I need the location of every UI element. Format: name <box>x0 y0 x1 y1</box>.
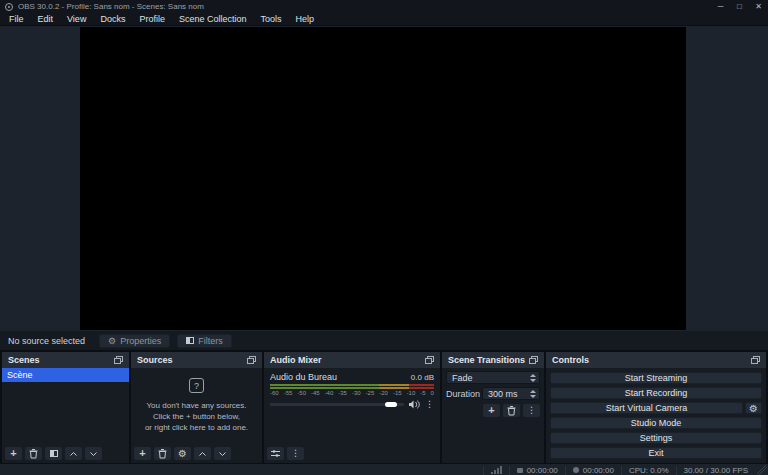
stream-icon <box>517 468 523 473</box>
close-button[interactable]: ✕ <box>749 0 768 13</box>
properties-button-label: Properties <box>120 336 161 346</box>
audio-source-name: Audio du Bureau <box>270 372 337 382</box>
audio-mixer-dock-title: Audio Mixer <box>270 355 322 365</box>
scenes-dock: Scenes Scène + <box>2 352 129 463</box>
mixer-toolbar: ⋮ <box>267 447 304 460</box>
menu-tools[interactable]: Tools <box>253 13 288 26</box>
volume-slider[interactable] <box>270 403 404 406</box>
obs-window: OBS 30.0.2 - Profile: Sans nom - Scenes:… <box>0 0 768 475</box>
move-source-down-button[interactable] <box>214 447 231 460</box>
gear-icon: ⚙ <box>178 449 187 459</box>
popout-dock-icon[interactable] <box>425 356 434 364</box>
popout-dock-icon[interactable] <box>247 356 256 364</box>
meter-tick: -30 <box>352 390 361 396</box>
plus-icon: + <box>488 405 494 416</box>
menu-docks[interactable]: Docks <box>93 13 132 26</box>
start-recording-button[interactable]: Start Recording <box>550 387 762 399</box>
move-scene-up-button[interactable] <box>65 447 82 460</box>
meter-tick: -5 <box>420 390 425 396</box>
sources-list[interactable]: ? You don't have any sources. Click the … <box>131 368 262 463</box>
controls-dock: Controls Start Streaming Start Recording… <box>546 352 766 463</box>
scenes-toolbar: + <box>5 447 102 460</box>
connection-quality <box>483 466 509 475</box>
meter-tick: -60 <box>270 390 279 396</box>
combo-arrows-icon <box>530 374 536 382</box>
trash-icon <box>29 449 38 459</box>
remove-source-button[interactable] <box>154 447 171 460</box>
menu-edit[interactable]: Edit <box>31 13 61 26</box>
duration-label: Duration <box>446 389 482 399</box>
chevron-up-icon <box>199 452 206 456</box>
meter-tick: -15 <box>393 390 402 396</box>
transition-options-button[interactable]: ⋮ <box>523 404 540 417</box>
title-bar: OBS 30.0.2 - Profile: Sans nom - Scenes:… <box>0 0 768 13</box>
minimize-button[interactable]: ─ <box>711 0 730 13</box>
volume-db-label: 0.0 dB <box>411 373 434 382</box>
fps-indicator: 30.00 / 30.00 FPS <box>676 466 756 475</box>
chevron-up-icon <box>70 452 77 456</box>
filters-icon <box>50 450 58 457</box>
menu-view[interactable]: View <box>60 13 93 26</box>
add-transition-button[interactable]: + <box>483 404 500 417</box>
record-icon <box>573 467 579 473</box>
mixer-options-button[interactable]: ⋮ <box>287 447 304 460</box>
start-virtual-camera-button[interactable]: Start Virtual Camera <box>550 402 743 414</box>
menu-file[interactable]: File <box>2 13 31 26</box>
add-source-button[interactable]: + <box>134 447 151 460</box>
empty-state-line: Click the + button below, <box>131 411 262 422</box>
meter-tick: -40 <box>325 390 334 396</box>
audio-options-kebab-icon[interactable]: ⋮ <box>425 399 434 409</box>
speaker-icon[interactable] <box>409 400 420 409</box>
preview-canvas[interactable] <box>80 27 686 330</box>
resize-grip[interactable] <box>757 465 767 475</box>
properties-button[interactable]: ⚙ Properties <box>99 334 170 348</box>
volume-slider-handle[interactable] <box>385 402 397 407</box>
audio-mixer-dock: Audio Mixer Audio du Bureau 0.0 dB -60 -… <box>264 352 440 463</box>
meter-tick: -45 <box>311 390 320 396</box>
menu-help[interactable]: Help <box>288 13 321 26</box>
meter-tick: -25 <box>366 390 375 396</box>
start-streaming-button[interactable]: Start Streaming <box>550 372 762 384</box>
sources-empty-state: ? You don't have any sources. Click the … <box>131 378 262 433</box>
exit-button[interactable]: Exit <box>550 447 762 459</box>
popout-dock-icon[interactable] <box>114 356 123 364</box>
scene-filters-button[interactable] <box>45 447 62 460</box>
status-bar: 00:00:00 00:00:00 CPU: 0.0% 30.00 / 30.0… <box>0 463 768 475</box>
menu-profile[interactable]: Profile <box>132 13 172 26</box>
meter-tick: -35 <box>338 390 347 396</box>
scene-list-item[interactable]: Scène <box>2 368 129 382</box>
cpu-usage: CPU: 0.0% <box>621 466 676 475</box>
menu-scene-collection[interactable]: Scene Collection <box>172 13 254 26</box>
gear-icon: ⚙ <box>108 336 116 346</box>
menu-bar: File Edit View Docks Profile Scene Colle… <box>0 13 768 26</box>
chevron-down-icon <box>90 452 97 456</box>
transition-select[interactable]: Fade <box>446 371 540 384</box>
virtual-camera-config-button[interactable]: ⚙ <box>745 402 762 414</box>
empty-state-line: or right click here to add one. <box>131 422 262 433</box>
popout-dock-icon[interactable] <box>529 356 538 364</box>
spinner-arrows-icon[interactable] <box>530 390 536 398</box>
remove-transition-button[interactable] <box>503 404 520 417</box>
move-source-up-button[interactable] <box>194 447 211 460</box>
controls-body: Start Streaming Start Recording Start Vi… <box>546 368 766 463</box>
plus-icon: + <box>10 448 16 459</box>
duration-spinbox[interactable]: 300 ms <box>482 387 540 400</box>
scene-transitions-body: Fade Duration 300 ms + ⋮ <box>442 368 544 463</box>
remove-scene-button[interactable] <box>25 447 42 460</box>
scene-transitions-dock: Scene Transitions Fade Duration 300 ms + <box>442 352 544 463</box>
controls-dock-header: Controls <box>546 352 766 368</box>
maximize-button[interactable]: □ <box>730 0 749 13</box>
advanced-audio-button[interactable] <box>267 447 284 460</box>
meter-tick: -10 <box>407 390 416 396</box>
settings-button[interactable]: Settings <box>550 432 762 444</box>
add-scene-button[interactable]: + <box>5 447 22 460</box>
record-time-value: 00:00:00 <box>583 466 614 475</box>
gear-icon: ⚙ <box>749 403 758 414</box>
studio-mode-button[interactable]: Studio Mode <box>550 417 762 429</box>
source-properties-button[interactable]: ⚙ <box>174 447 191 460</box>
transitions-toolbar: + ⋮ <box>446 404 540 417</box>
filters-button[interactable]: Filters <box>177 334 232 348</box>
move-scene-down-button[interactable] <box>85 447 102 460</box>
no-source-selected-label: No source selected <box>8 336 85 346</box>
popout-dock-icon[interactable] <box>751 356 760 364</box>
